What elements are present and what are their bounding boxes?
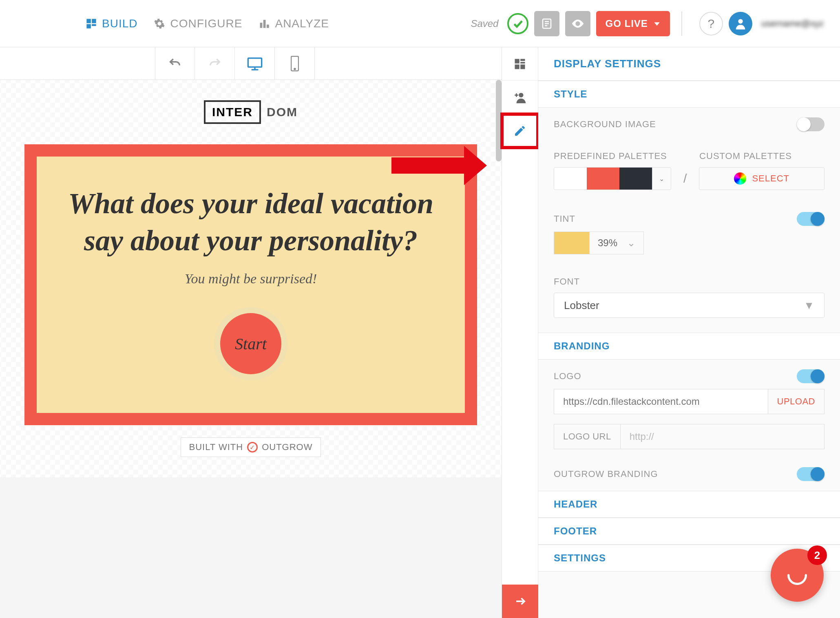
chevron-down-icon: ⌄ xyxy=(652,168,671,190)
svg-rect-0 xyxy=(86,19,91,23)
quiz-card[interactable]: What does your ideal vacation say about … xyxy=(24,144,477,425)
svg-rect-2 xyxy=(86,24,91,28)
built-with-label: BUILT WITH xyxy=(189,442,243,452)
main-nav: BUILD CONFIGURE ANALYZE xyxy=(86,17,329,30)
undo-button[interactable] xyxy=(155,47,195,80)
logo-row-head: LOGO xyxy=(538,360,840,387)
svg-rect-13 xyxy=(248,58,261,67)
logo-url-label: LOGO URL xyxy=(554,424,621,449)
tint-value-dropdown[interactable]: 39% ⌄ xyxy=(590,232,644,254)
logo-url-input[interactable]: http:// xyxy=(621,424,825,449)
svg-point-23 xyxy=(519,93,523,97)
built-brand-label: OUTGROW xyxy=(262,442,312,452)
start-button-wrap: Start xyxy=(214,307,287,380)
bg-image-toggle[interactable] xyxy=(797,117,825,131)
side-rail xyxy=(502,47,538,618)
tint-swatch[interactable] xyxy=(554,232,590,254)
saved-label: Saved xyxy=(471,18,498,29)
svg-rect-5 xyxy=(263,20,266,28)
svg-point-12 xyxy=(738,19,743,23)
chevron-down-icon: ⌄ xyxy=(627,237,635,249)
tint-toggle[interactable] xyxy=(797,212,825,226)
logo-label: LOGO xyxy=(554,371,581,382)
rail-layout[interactable] xyxy=(502,47,538,81)
svg-rect-19 xyxy=(520,59,525,61)
chevron-down-icon xyxy=(653,20,661,28)
go-live-button[interactable]: GO LIVE xyxy=(596,11,670,36)
chevron-down-icon: ▼ xyxy=(804,299,814,312)
font-dropdown[interactable]: Lobster ▼ xyxy=(554,293,825,318)
quiz-title: What does your ideal vacation say about … xyxy=(61,185,440,259)
outgrow-branding-row: OUTGROW BRANDING xyxy=(538,457,840,491)
logo-text: DOM xyxy=(267,100,298,124)
svg-point-17 xyxy=(294,68,295,70)
font-row: Lobster ▼ xyxy=(538,291,840,333)
canvas[interactable]: INTER DOM What does your ideal vacation … xyxy=(0,80,502,477)
svg-rect-1 xyxy=(92,19,96,23)
quiz-subtitle: You might be surprised! xyxy=(185,271,317,287)
section-header[interactable]: HEADER xyxy=(538,491,840,518)
outgrow-branding-toggle[interactable] xyxy=(797,467,825,481)
logo-input-row: https://cdn.filestackcontent.com UPLOAD xyxy=(538,387,840,422)
upload-button[interactable]: UPLOAD xyxy=(768,389,825,414)
logo-input[interactable]: https://cdn.filestackcontent.com xyxy=(554,389,768,414)
avatar[interactable] xyxy=(729,12,752,35)
built-with-badge[interactable]: BUILT WITH ✓ OUTGROW xyxy=(181,437,321,457)
nav-build[interactable]: BUILD xyxy=(86,17,137,30)
logo-url-row: LOGO URL http:// xyxy=(538,422,840,457)
nav-analyze[interactable]: ANALYZE xyxy=(259,17,329,30)
chat-button[interactable]: 2 xyxy=(771,549,824,602)
user-label: username@xyz xyxy=(761,18,824,29)
palette-row: ⌄ / SELECT xyxy=(538,166,840,202)
scrollbar[interactable] xyxy=(496,80,502,161)
svg-rect-18 xyxy=(515,59,519,63)
chat-icon xyxy=(784,562,810,588)
font-value: Lobster xyxy=(564,299,599,312)
slash: / xyxy=(683,172,687,185)
palette-labels: PREDEFINED PALETTES CUSTOM PALETTES xyxy=(538,141,840,166)
redo-button[interactable] xyxy=(195,47,235,80)
outgrow-branding-label: OUTGROW BRANDING xyxy=(554,469,658,479)
collapse-panel-button[interactable] xyxy=(502,585,539,618)
go-live-label: GO LIVE xyxy=(605,18,648,29)
palette-swatch-2 xyxy=(587,168,619,190)
section-style[interactable]: STYLE xyxy=(538,81,840,108)
svg-rect-4 xyxy=(260,22,263,28)
tint-row-head: TINT xyxy=(538,202,840,230)
svg-marker-11 xyxy=(654,22,659,25)
preview-button[interactable] xyxy=(565,11,590,36)
panel-title: DISPLAY SETTINGS xyxy=(538,47,840,81)
nav-configure[interactable]: CONFIGURE xyxy=(154,17,242,30)
quiz-inner: What does your ideal vacation say about … xyxy=(37,157,465,413)
font-label: FONT xyxy=(554,276,580,287)
preview-logo: INTER DOM xyxy=(24,100,477,124)
outgrow-icon: ✓ xyxy=(247,442,258,452)
logo-box: INTER xyxy=(204,100,261,124)
predefined-palettes-label: PREDEFINED PALETTES xyxy=(554,151,667,161)
logo-toggle[interactable] xyxy=(797,369,825,383)
nav-configure-label: CONFIGURE xyxy=(170,17,242,30)
section-branding[interactable]: BRANDING xyxy=(538,333,840,360)
font-row-head: FONT xyxy=(538,267,840,291)
mobile-view-button[interactable] xyxy=(275,47,315,80)
start-button[interactable]: Start xyxy=(220,313,281,374)
predefined-palette-dropdown[interactable]: ⌄ xyxy=(554,167,671,190)
svg-rect-3 xyxy=(92,24,96,26)
rail-style[interactable] xyxy=(502,114,538,148)
bg-image-label: BACKGROUND IMAGE xyxy=(554,119,656,130)
svg-rect-20 xyxy=(520,62,525,64)
select-label: SELECT xyxy=(752,173,789,184)
section-footer[interactable]: FOOTER xyxy=(538,518,840,545)
custom-palette-select[interactable]: SELECT xyxy=(699,167,825,190)
palette-swatch-3 xyxy=(619,168,652,190)
chart-icon xyxy=(259,18,270,29)
main: INTER DOM What does your ideal vacation … xyxy=(0,47,840,618)
help-button[interactable]: ? xyxy=(699,12,723,35)
desktop-view-button[interactable] xyxy=(235,47,275,80)
rail-add-user[interactable] xyxy=(502,81,538,114)
custom-palettes-label: CUSTOM PALETTES xyxy=(699,151,792,161)
top-bar: BUILD CONFIGURE ANALYZE Saved GO LIVE ? … xyxy=(0,0,840,47)
pencil-icon xyxy=(513,124,526,137)
nav-build-label: BUILD xyxy=(102,17,137,30)
notes-button[interactable] xyxy=(534,11,559,36)
